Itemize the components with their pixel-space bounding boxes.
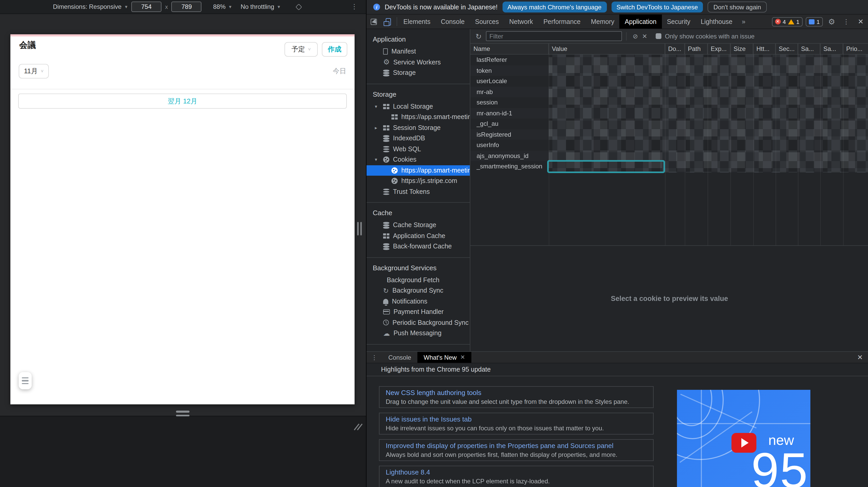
selected-value-cell-outline[interactable] [547,160,665,173]
tab-elements[interactable]: Elements [398,15,436,29]
whats-new-link[interactable]: New CSS length authoring tools [386,389,647,397]
device-toolbar-toggle-icon[interactable] [381,15,396,29]
create-button[interactable]: 作成 [322,42,347,57]
height-input[interactable] [172,2,202,12]
screen: Dimensions: Responsive ▼ x 88% ▼ No thro… [0,0,868,487]
column-header-htt[interactable]: Htt... [753,44,776,54]
clear-filter-icon[interactable]: ⊘ [630,32,640,40]
tab-memory[interactable]: Memory [586,15,620,29]
sidebar-item-cookies[interactable]: ▾Cookies [367,154,470,165]
chrome-95-thumbnail[interactable]: new 95 [677,390,810,487]
database-icon [383,189,390,190]
sidebar-item-indexeddb[interactable]: IndexedDB [367,133,470,144]
issues-badge[interactable]: ✕ 4 1 [772,17,803,26]
chevron-down-icon: ▼ [277,4,281,9]
drawer-menu-icon[interactable]: ⋮ [367,352,382,363]
whats-new-link[interactable]: Improved the display of properties in th… [386,442,647,450]
tab-application[interactable]: Application [620,15,662,29]
tab-console[interactable]: Console [382,352,417,363]
language-infobar: i DevTools is now available in Japanese!… [367,0,868,15]
viewport-height-handle[interactable] [176,410,189,419]
column-header-sa[interactable]: Sa... [820,44,843,54]
column-header-exp[interactable]: Exp... [708,44,731,54]
match-language-button[interactable]: Always match Chrome's language [502,2,607,12]
close-devtools-icon[interactable]: ✕ [854,18,868,26]
main-tabs: ElementsConsoleSourcesNetworkPerformance… [398,15,738,29]
issue-checkbox[interactable] [655,33,661,39]
close-drawer-icon[interactable]: ✕ [857,352,863,363]
sidebar-item-cache-storage[interactable]: Cache Storage [367,220,470,230]
devtools-menu-icon[interactable]: ⋮ [839,18,854,26]
sidebar-item-manifest[interactable]: Manifest [367,46,470,57]
width-input[interactable] [131,2,161,12]
column-header-name[interactable]: Name [470,44,549,54]
sidebar-item-payment-handler[interactable]: Payment Handler [367,307,470,317]
triangle-down-icon[interactable]: ▾ [375,157,377,163]
cookie-preview-placeholder: Select a cookie to preview its value [470,245,868,351]
today-link[interactable]: 今日 [333,66,346,76]
sidebar-item-periodic-background-sync[interactable]: Periodic Background Sync [367,317,470,328]
whats-new-link[interactable]: Hide issues in the Issues tab [386,415,647,423]
section-title: Application [367,31,470,46]
triangle-down-icon[interactable]: ▾ [375,104,377,109]
tab-network[interactable]: Network [504,15,538,29]
dismiss-infobar-button[interactable]: Don't show again [708,2,767,12]
messages-badge[interactable]: 1 [806,17,823,26]
tab-sources[interactable]: Sources [470,15,504,29]
hamburger-menu-button[interactable] [19,372,32,389]
devtools-resize-handle[interactable] [354,28,366,430]
schedule-dropdown-button[interactable]: 予定˅ [284,42,318,57]
tab-security[interactable]: Security [662,15,695,29]
device-toolbar-menu-icon[interactable]: ⋮ [351,3,358,10]
column-header-value[interactable]: Value [549,44,665,54]
throttling-select[interactable]: No throttling [241,3,274,10]
sidebar-item-session-storage[interactable]: ▸Session Storage [367,122,470,133]
sidebar-item-application-cache[interactable]: Application Cache [367,230,470,241]
tab-whats-new[interactable]: What's New ✕ [417,352,471,363]
refresh-icon[interactable]: ↻ [475,32,482,40]
issue-checkbox-label: Only show cookies with an issue [665,32,754,40]
tab-lighthouse[interactable]: Lighthouse [695,15,738,29]
tab-performance[interactable]: Performance [538,15,586,29]
more-tabs-button[interactable]: » [738,15,750,29]
sync-icon [383,287,389,295]
column-header-path[interactable]: Path [685,44,708,54]
devtools-window: i DevTools is now available in Japanese!… [366,0,868,487]
section-title: Frames [367,346,470,351]
zoom-select[interactable]: 88% [213,3,225,10]
column-header-sec[interactable]: Sec... [776,44,798,54]
filter-input[interactable] [486,31,622,41]
table-icon [383,104,390,109]
delete-cookies-icon[interactable]: ✕ [640,32,649,40]
column-header-do[interactable]: Do... [665,44,685,54]
inspect-element-icon[interactable] [367,15,381,29]
page-top-banner [10,34,354,36]
triangle-right-icon[interactable]: ▸ [375,125,377,131]
sidebar-item-local-storage[interactable]: ▾Local Storage [367,101,470,112]
sidebar-item-notifications[interactable]: Notifications [367,296,470,307]
sidebar-item-service-workers[interactable]: Service Workers [367,57,470,67]
sidebar-item-web-sql[interactable]: Web SQL [367,144,470,154]
sidebar-item-background-sync[interactable]: Background Sync [367,285,470,296]
sidebar-item-https-app-smart-meeting[interactable]: https://app.smart-meeting. [367,112,470,122]
sidebar-item-https-app-smart-meeting[interactable]: https://app.smart-meeting. [367,165,470,176]
month-dropdown-button[interactable]: 11月˅ [19,64,49,79]
next-month-button[interactable]: 翌月 12月 [18,93,347,109]
switch-language-button[interactable]: Switch DevTools to Japanese [611,2,703,12]
rotate-device-icon[interactable] [296,3,302,10]
sidebar-item-background-fetch[interactable]: Background Fetch [367,275,470,285]
tab-console[interactable]: Console [436,15,470,29]
close-tab-icon[interactable]: ✕ [460,354,465,361]
column-header-sa[interactable]: Sa... [798,44,820,54]
settings-gear-icon[interactable]: ⚙ [825,17,839,26]
viewport-corner-resizer[interactable] [356,423,366,432]
dimensions-select[interactable]: Dimensions: Responsive [53,3,122,10]
whats-new-link[interactable]: Lighthouse 8.4 [386,468,647,476]
sidebar-item-trust-tokens[interactable]: Trust Tokens [367,186,470,197]
sidebar-item-https-js-stripe-com[interactable]: https://js.stripe.com [367,176,470,186]
column-header-prio[interactable]: Prio... [843,44,868,54]
sidebar-item-storage[interactable]: Storage [367,67,470,78]
sidebar-item-back-forward-cache[interactable]: Back-forward Cache [367,241,470,252]
column-header-size[interactable]: Size [731,44,753,54]
sidebar-item-push-messaging[interactable]: Push Messaging [367,328,470,339]
